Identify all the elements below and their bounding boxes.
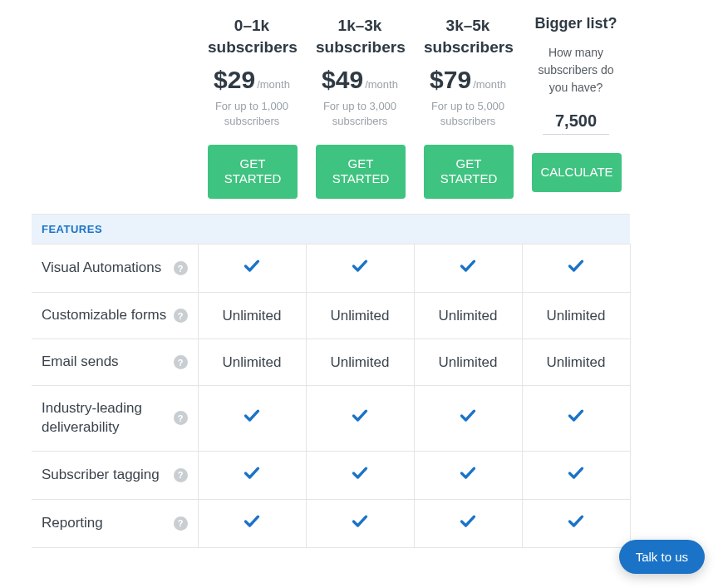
feature-value-cell: Unlimited <box>414 293 522 339</box>
subscribers-input[interactable] <box>543 108 609 135</box>
get-started-button[interactable]: GET STARTED <box>424 145 514 200</box>
check-icon <box>350 513 370 530</box>
feature-label: Reporting <box>42 514 103 533</box>
feature-value-cell <box>306 451 414 499</box>
check-icon <box>350 408 370 424</box>
feature-value-cell <box>198 386 306 452</box>
plan-price: $29 <box>214 66 255 94</box>
plan-price-line: $29 /month <box>208 66 296 94</box>
feature-value: Unlimited <box>547 354 606 370</box>
feature-value-cell <box>306 245 414 293</box>
check-icon <box>242 258 262 274</box>
bigger-list-question: How many subscribers do you have? <box>532 44 620 96</box>
plan-title: 3k–5k subscribers <box>424 15 512 57</box>
calculate-button[interactable]: CALCULATE <box>532 153 622 192</box>
check-icon <box>566 513 586 530</box>
feature-value-cell <box>522 451 630 499</box>
check-icon <box>458 513 478 530</box>
plan-header-row: 0–1k subscribers $29 /month For up to 1,… <box>32 0 630 215</box>
feature-label: Industry-leading deliverability <box>42 399 167 437</box>
plan-card-1: 1k–3k subscribers $49 /month For up to 3… <box>306 0 414 215</box>
feature-row: Email sends?UnlimitedUnlimitedUnlimitedU… <box>32 339 630 386</box>
feature-row: Industry-leading deliverability? <box>32 386 630 452</box>
feature-value-cell: Unlimited <box>198 293 306 339</box>
plan-price: $79 <box>430 66 471 94</box>
question-mark-icon[interactable]: ? <box>174 261 188 275</box>
feature-value: Unlimited <box>223 354 282 370</box>
plan-period: /month <box>365 78 398 91</box>
features-header-row: FEATURES <box>32 215 630 245</box>
plan-title: 1k–3k subscribers <box>316 15 404 57</box>
bigger-list-card: Bigger list? How many subscribers do you… <box>522 0 630 215</box>
feature-value-cell <box>306 499 414 547</box>
chat-button[interactable]: Talk to us <box>619 540 705 548</box>
check-icon <box>242 513 262 530</box>
feature-value-cell <box>414 386 522 452</box>
feature-value-cell: Unlimited <box>414 339 522 386</box>
check-icon <box>566 258 586 274</box>
feature-value-cell: Unlimited <box>198 339 306 386</box>
feature-value-cell <box>414 451 522 499</box>
feature-row: Reporting? <box>32 499 630 547</box>
question-mark-icon[interactable]: ? <box>174 411 188 425</box>
feature-value-cell <box>198 499 306 547</box>
check-icon <box>458 258 478 274</box>
question-mark-icon[interactable]: ? <box>174 355 188 369</box>
plan-period: /month <box>473 78 506 91</box>
feature-value: Unlimited <box>331 308 390 324</box>
feature-value: Unlimited <box>439 308 498 324</box>
question-mark-icon[interactable]: ? <box>174 309 188 323</box>
feature-value-cell <box>414 499 522 547</box>
feature-label: Visual Automations <box>42 259 161 278</box>
check-icon <box>458 408 478 424</box>
feature-label: Subscriber tagging <box>42 466 160 485</box>
check-icon <box>350 465 370 482</box>
feature-value-cell <box>522 499 630 547</box>
get-started-button[interactable]: GET STARTED <box>208 145 298 200</box>
feature-label-cell: Customizable forms? <box>32 293 198 339</box>
subscribers-input-wrap <box>532 108 620 135</box>
plan-price-line: $49 /month <box>316 66 404 94</box>
feature-value: Unlimited <box>223 308 282 324</box>
pricing-table: 0–1k subscribers $29 /month For up to 1,… <box>32 0 631 548</box>
feature-label-cell: Industry-leading deliverability? <box>32 386 198 452</box>
feature-value: Unlimited <box>331 354 390 370</box>
question-mark-icon[interactable]: ? <box>174 468 188 482</box>
feature-label-cell: Reporting? <box>32 499 198 547</box>
feature-value-cell: Unlimited <box>306 293 414 339</box>
check-icon <box>242 465 262 482</box>
check-icon <box>458 465 478 482</box>
check-icon <box>350 258 370 274</box>
feature-row: Customizable forms?UnlimitedUnlimitedUnl… <box>32 293 630 339</box>
feature-label-cell: Subscriber tagging? <box>32 451 198 499</box>
get-started-button[interactable]: GET STARTED <box>316 145 406 200</box>
feature-row: Visual Automations? <box>32 245 630 293</box>
feature-row: Subscriber tagging? <box>32 451 630 499</box>
bigger-list-title: Bigger list? <box>532 15 620 32</box>
plan-card-2: 3k–5k subscribers $79 /month For up to 5… <box>414 0 522 215</box>
feature-label: Customizable forms <box>42 306 166 325</box>
feature-value: Unlimited <box>547 308 606 324</box>
feature-value-cell <box>198 451 306 499</box>
feature-value-cell <box>306 386 414 452</box>
feature-value-cell <box>414 245 522 293</box>
check-icon <box>242 408 262 424</box>
plan-price-line: $79 /month <box>424 66 512 94</box>
plan-title: 0–1k subscribers <box>208 15 296 57</box>
plan-header-spacer <box>32 0 198 215</box>
plan-period: /month <box>257 78 290 91</box>
plan-subtext: For up to 3,000 subscribers <box>316 99 404 129</box>
check-icon <box>566 465 586 482</box>
feature-value: Unlimited <box>439 354 498 370</box>
question-mark-icon[interactable]: ? <box>174 516 188 531</box>
feature-label-cell: Email sends? <box>32 339 198 386</box>
feature-value-cell: Unlimited <box>522 339 630 386</box>
plan-price: $49 <box>322 66 363 94</box>
feature-value-cell: Unlimited <box>306 339 414 386</box>
feature-label: Email sends <box>42 353 119 372</box>
plan-subtext: For up to 5,000 subscribers <box>424 99 512 129</box>
features-header-label: FEATURES <box>32 215 630 245</box>
feature-value-cell <box>522 386 630 452</box>
feature-label-cell: Visual Automations? <box>32 245 198 293</box>
feature-value-cell <box>522 245 630 293</box>
